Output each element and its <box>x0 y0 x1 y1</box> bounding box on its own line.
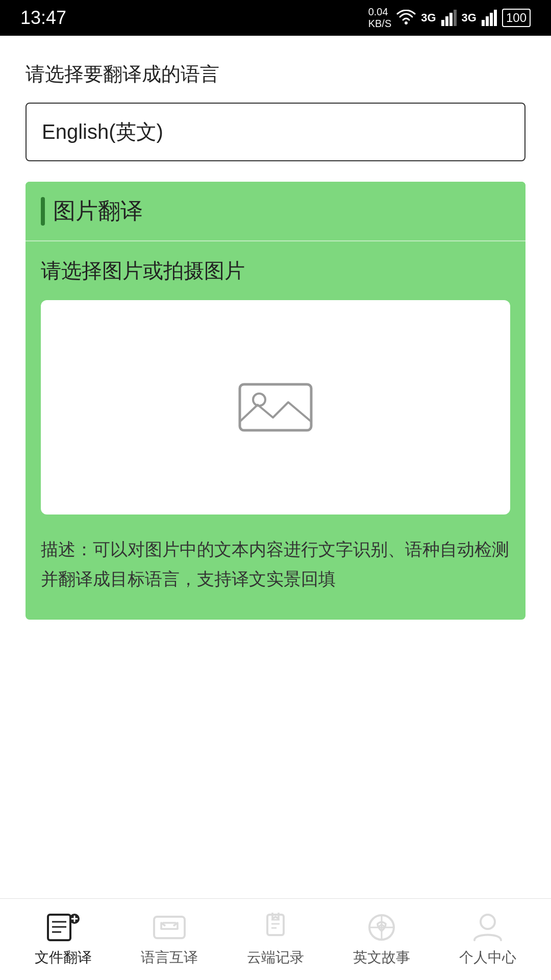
svg-rect-9 <box>240 384 311 430</box>
signal-3g-1: 3G <box>421 11 436 24</box>
signal-bars-2 <box>482 10 497 26</box>
accent-bar <box>41 197 45 226</box>
image-upload-area[interactable] <box>41 300 510 514</box>
nav-item-file-translate[interactable]: 文件翻译 <box>10 912 116 967</box>
profile-svg <box>470 913 505 942</box>
nav-label-profile: 个人中心 <box>459 948 516 967</box>
svg-point-27 <box>481 915 495 929</box>
svg-rect-5 <box>482 20 485 26</box>
lang-translate-icon <box>152 912 187 943</box>
svg-rect-3 <box>449 13 453 26</box>
signal-3g-2: 3G <box>462 11 477 24</box>
nav-label-file-translate: 文件翻译 <box>35 948 92 967</box>
svg-point-0 <box>405 21 408 24</box>
battery-icon: 100 <box>502 9 531 27</box>
nav-item-lang-translate[interactable]: 语言互译 <box>116 912 222 967</box>
cloud-records-svg <box>258 913 293 942</box>
nav-label-english-stories: 英文故事 <box>353 948 410 967</box>
description-text: 描述：可以对图片中的文本内容进行文字识别、语种自动检测并翻译成目标语言，支持译文… <box>41 535 510 594</box>
image-translation-card: 图片翻译 请选择图片或拍摄图片 描述：可以对图片中的文本内容进行文字识别、语种自… <box>26 182 525 620</box>
nav-item-profile[interactable]: 个人中心 <box>435 912 541 967</box>
language-prompt: 请选择要翻译成的语言 <box>26 61 525 87</box>
main-content: 请选择要翻译成的语言 English(英文) 图片翻译 请选择图片或拍摄图片 描… <box>0 36 551 620</box>
lang-translate-svg <box>152 913 187 942</box>
profile-icon <box>470 912 506 943</box>
nav-item-cloud-records[interactable]: 云端记录 <box>222 912 329 967</box>
card-header: 图片翻译 <box>26 182 525 241</box>
wifi-icon <box>396 10 416 26</box>
svg-rect-6 <box>486 16 489 26</box>
svg-rect-7 <box>490 13 493 26</box>
svg-rect-18 <box>154 917 185 938</box>
svg-point-10 <box>253 394 265 406</box>
nav-label-cloud-records: 云端记录 <box>247 948 304 967</box>
nav-item-english-stories[interactable]: 英文故事 <box>329 912 435 967</box>
network-speed: 0.04KB/S <box>368 6 392 30</box>
svg-rect-2 <box>445 16 448 26</box>
english-stories-svg <box>364 913 399 942</box>
photo-prompt: 请选择图片或拍摄图片 <box>41 257 510 285</box>
card-body: 请选择图片或拍摄图片 描述：可以对图片中的文本内容进行文字识别、语种自动检测并翻… <box>26 241 525 620</box>
file-translate-icon <box>45 912 81 943</box>
status-time: 13:47 <box>20 7 66 29</box>
english-stories-icon <box>364 912 399 943</box>
image-placeholder-icon <box>235 377 316 438</box>
cloud-records-icon <box>258 912 293 943</box>
svg-rect-1 <box>441 20 444 26</box>
svg-rect-8 <box>494 10 497 26</box>
language-selector[interactable]: English(英文) <box>26 103 525 161</box>
nav-label-lang-translate: 语言互译 <box>141 948 198 967</box>
status-bar: 13:47 0.04KB/S 3G 3G 100 <box>0 0 551 36</box>
signal-bars-1 <box>441 10 457 26</box>
bottom-nav: 文件翻译 语言互译 云端记录 <box>0 898 551 980</box>
svg-rect-4 <box>454 10 457 26</box>
file-translate-svg <box>46 913 81 942</box>
status-icons: 0.04KB/S 3G 3G 100 <box>368 6 531 30</box>
card-title: 图片翻译 <box>53 196 143 226</box>
